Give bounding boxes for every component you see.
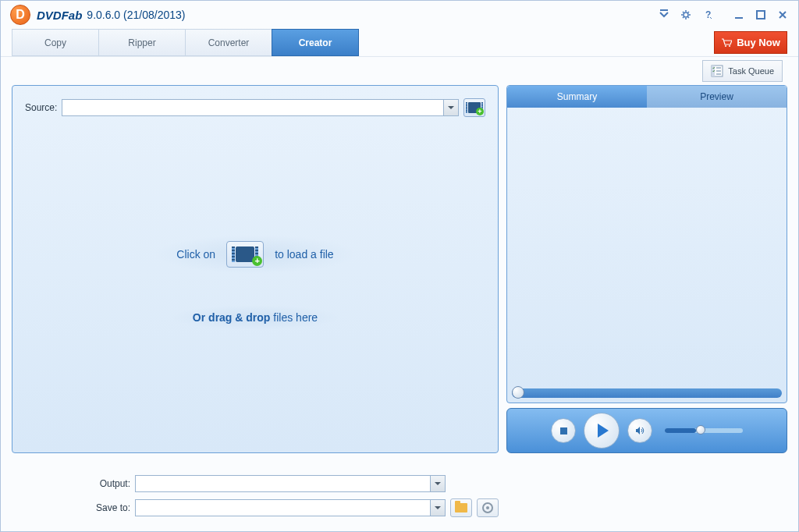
sub-bar: Task Queue xyxy=(1,57,798,85)
app-logo: D xyxy=(10,5,30,25)
add-source-button[interactable]: + xyxy=(463,98,485,117)
save-to-input[interactable] xyxy=(135,499,430,516)
seek-knob[interactable] xyxy=(512,386,524,399)
player-controls xyxy=(506,408,787,453)
tab-converter[interactable]: Converter xyxy=(185,29,272,56)
play-button[interactable] xyxy=(584,413,620,449)
save-to-dropdown[interactable] xyxy=(430,499,446,516)
app-title: DVDFab xyxy=(37,9,82,22)
menu-icon[interactable] xyxy=(658,9,670,21)
target-button[interactable] xyxy=(477,498,499,517)
volume-knob[interactable] xyxy=(696,425,705,434)
load-file-button[interactable]: + xyxy=(226,241,264,268)
volume-fill xyxy=(665,428,696,433)
svg-point-0 xyxy=(684,12,688,17)
tab-summary[interactable]: Summary xyxy=(507,86,647,108)
preview-panel: Summary Preview xyxy=(506,85,787,403)
browse-folder-button[interactable] xyxy=(450,498,472,517)
tab-preview[interactable]: Preview xyxy=(647,86,787,108)
gear-icon[interactable] xyxy=(680,9,692,21)
stop-button[interactable] xyxy=(551,418,576,443)
drag-text: Or drag & drop files here xyxy=(193,311,318,324)
plus-badge-icon: + xyxy=(476,108,484,115)
minimize-icon[interactable] xyxy=(733,9,745,21)
target-icon xyxy=(482,502,493,513)
volume-slider[interactable] xyxy=(665,428,743,433)
folder-icon xyxy=(455,503,467,512)
output-section: Output: Save to: xyxy=(1,464,798,528)
svg-text:?: ? xyxy=(705,9,711,20)
tab-creator[interactable]: Creator xyxy=(272,29,359,56)
app-version: 9.0.6.0 (21/08/2013) xyxy=(87,9,185,21)
output-input[interactable] xyxy=(135,475,430,492)
tab-ripper[interactable]: Ripper xyxy=(98,29,186,56)
volume-icon xyxy=(634,425,645,436)
main-tabs: Copy Ripper Converter Creator Buy Now xyxy=(1,29,798,57)
click-on-text: Click on xyxy=(176,248,215,261)
svg-point-3 xyxy=(725,45,726,47)
buy-now-label: Buy Now xyxy=(737,37,780,48)
task-queue-icon xyxy=(711,65,723,77)
drop-zone[interactable]: Click on + to load a file Or drag & drop… xyxy=(25,125,485,440)
close-icon[interactable] xyxy=(776,9,789,21)
play-icon xyxy=(598,424,609,438)
drag-hint: Or drag & drop files here xyxy=(169,305,341,330)
source-dropdown[interactable] xyxy=(443,99,459,116)
preview-body xyxy=(507,108,787,388)
source-label: Source: xyxy=(25,102,57,113)
stop-icon xyxy=(560,427,567,434)
plus-badge-icon: + xyxy=(252,256,262,266)
save-to-label: Save to: xyxy=(87,502,130,513)
click-hint: Click on + to load a file xyxy=(153,235,357,274)
task-queue-button[interactable]: Task Queue xyxy=(702,60,783,82)
task-queue-label: Task Queue xyxy=(728,66,774,76)
volume-button[interactable] xyxy=(627,418,652,443)
svg-point-4 xyxy=(729,45,730,47)
svg-rect-2 xyxy=(757,11,765,19)
maximize-icon[interactable] xyxy=(755,9,767,21)
buy-now-button[interactable]: Buy Now xyxy=(714,31,787,54)
cart-icon xyxy=(721,38,732,48)
to-load-text: to load a file xyxy=(275,248,334,261)
help-icon[interactable]: ? xyxy=(701,9,714,21)
source-panel: Source: + Click on + to load a file Or d… xyxy=(12,85,499,453)
output-label: Output: xyxy=(87,478,130,489)
tab-copy[interactable]: Copy xyxy=(12,29,99,56)
seek-bar[interactable] xyxy=(512,388,782,398)
output-dropdown[interactable] xyxy=(430,475,446,492)
title-bar: D DVDFab 9.0.6.0 (21/08/2013) ? xyxy=(1,1,798,29)
source-input[interactable] xyxy=(62,99,443,116)
